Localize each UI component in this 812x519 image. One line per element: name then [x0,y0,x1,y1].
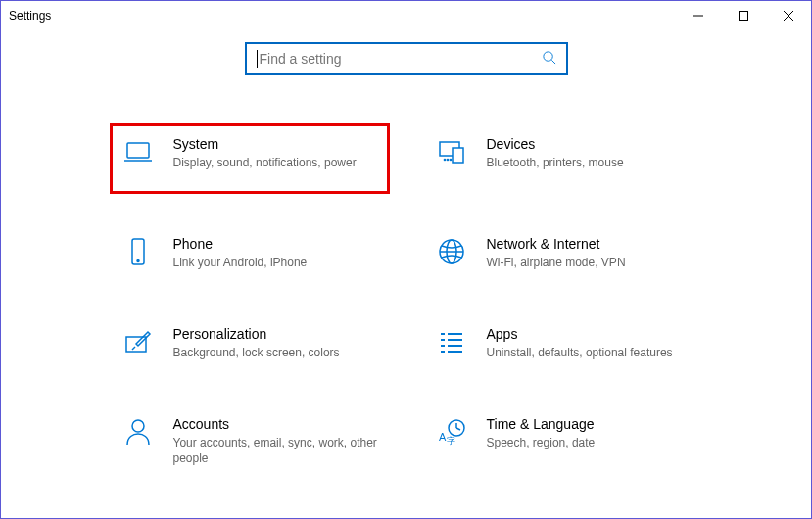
svg-text:A: A [439,431,447,443]
category-title: Network & Internet [487,236,626,252]
category-title: Personalization [173,326,340,342]
searchbar[interactable] [245,42,568,75]
search-icon [542,50,556,69]
search-input[interactable] [260,51,542,67]
category-title: System [173,136,357,152]
person-icon [120,416,156,451]
category-system[interactable]: System Display, sound, notifications, po… [110,123,390,194]
category-devices[interactable]: Devices Bluetooth, printers, mouse [426,130,700,187]
category-desc: Display, sound, notifications, power [173,155,357,170]
searchbar-wrap [1,42,811,75]
categories-grid: System Display, sound, notifications, po… [113,130,700,472]
svg-point-10 [444,159,445,160]
category-desc: Link your Android, iPhone [173,255,308,270]
maximize-icon [739,11,748,21]
minimize-icon [693,11,703,21]
svg-text:字: 字 [447,436,455,446]
svg-line-19 [132,347,135,350]
category-phone[interactable]: Phone Link your Android, iPhone [113,230,387,277]
close-icon [784,11,793,21]
svg-point-12 [450,159,451,160]
category-apps[interactable]: Apps Uninstall, defaults, optional featu… [426,320,700,367]
window-title: Settings [9,9,51,23]
category-desc: Your accounts, email, sync, work, other … [173,435,379,466]
globe-icon [434,236,469,271]
titlebar: Settings [1,1,811,30]
category-desc: Wi-Fi, airplane mode, VPN [487,255,626,270]
category-desc: Uninstall, defaults, optional features [487,345,673,360]
svg-point-14 [137,260,139,262]
category-desc: Bluetooth, printers, mouse [487,155,624,170]
svg-rect-6 [127,143,149,158]
category-title: Devices [487,136,624,152]
svg-line-5 [551,60,555,64]
category-title: Accounts [173,416,379,432]
paintbrush-icon [120,326,156,361]
category-title: Time & Language [487,416,596,432]
apps-list-icon [434,326,469,361]
category-desc: Speech, region, date [487,435,596,450]
svg-rect-9 [453,148,463,163]
category-network[interactable]: Network & Internet Wi-Fi, airplane mode,… [426,230,700,277]
category-title: Apps [487,326,673,342]
time-language-icon: A字 [434,416,469,451]
svg-line-31 [456,428,460,430]
svg-point-4 [543,51,551,60]
category-time[interactable]: A字 Time & Language Speech, region, date [426,410,700,472]
category-accounts[interactable]: Accounts Your accounts, email, sync, wor… [113,410,387,472]
laptop-icon [120,136,156,171]
svg-rect-1 [740,12,748,21]
close-button[interactable] [766,1,811,30]
devices-icon [434,136,469,171]
svg-point-28 [132,420,144,432]
category-title: Phone [173,236,308,252]
titlebar-controls [676,1,811,30]
phone-icon [120,236,156,271]
maximize-button[interactable] [721,1,766,30]
category-desc: Background, lock screen, colors [173,345,340,360]
svg-point-11 [447,159,448,160]
category-personalization[interactable]: Personalization Background, lock screen,… [113,320,387,367]
search-caret [257,50,258,68]
minimize-button[interactable] [676,1,721,30]
